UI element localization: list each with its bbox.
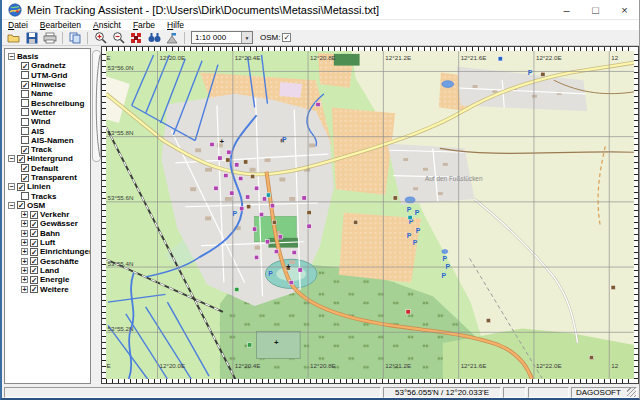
open-file-button[interactable] xyxy=(5,30,23,45)
tree-item-linien[interactable]: −✓Linien xyxy=(5,182,90,191)
zoom-out-button[interactable] xyxy=(109,30,127,45)
menu-item-datei[interactable]: Datei xyxy=(2,20,34,30)
panel-collapse-handle[interactable] xyxy=(92,50,101,162)
collapse-box-icon[interactable]: − xyxy=(8,202,15,209)
tree-item-hintergrund[interactable]: −✓Hintergrund xyxy=(5,154,90,163)
tree-checkbox[interactable]: ✓ xyxy=(21,174,29,182)
tree-item-default[interactable]: ✓Default xyxy=(5,164,90,173)
expand-box-icon[interactable]: + xyxy=(21,267,28,274)
expand-box-icon[interactable]: + xyxy=(21,230,28,237)
copy-button[interactable] xyxy=(66,30,84,45)
expand-box-icon[interactable]: + xyxy=(21,248,28,255)
tree-checkbox[interactable] xyxy=(21,71,29,79)
tree-checkbox[interactable]: ✓ xyxy=(21,62,29,70)
tree-item-beschreibung[interactable]: Beschreibung xyxy=(5,98,90,107)
tree-checkbox[interactable]: ✓ xyxy=(30,211,38,219)
collapse-box-icon[interactable]: − xyxy=(8,155,15,162)
save-button[interactable] xyxy=(23,30,41,45)
tree-item-gradnetz[interactable]: ✓Gradnetz xyxy=(5,61,90,70)
menu-item-hilfe[interactable]: Hilfe xyxy=(161,20,190,30)
tree-item-wetter[interactable]: Wetter xyxy=(5,108,90,117)
tree-checkbox[interactable]: ✓ xyxy=(21,81,29,89)
resize-grip[interactable] xyxy=(627,388,636,397)
tree-checkbox[interactable] xyxy=(21,127,29,135)
status-panel-empty xyxy=(4,387,381,398)
tree-item-basis[interactable]: −Basis xyxy=(5,52,90,61)
expand-box-icon[interactable]: + xyxy=(21,276,28,283)
tree-item-gewässer[interactable]: +✓Gewässer xyxy=(5,219,90,228)
tree-item-weitere[interactable]: +✓Weitere xyxy=(5,284,90,293)
maximize-button[interactable]: □ xyxy=(581,0,610,20)
menu-item-bearbeiten[interactable]: Bearbeiten xyxy=(34,20,87,30)
toolbar-separator xyxy=(184,32,185,44)
tree-checkbox[interactable] xyxy=(21,99,29,107)
tree-checkbox[interactable] xyxy=(21,90,29,98)
tree-item-luft[interactable]: +✓Luft xyxy=(5,238,90,247)
toolbar: 1:10 000 ▼ OSM: ✓ xyxy=(2,30,639,46)
tree-checkbox[interactable] xyxy=(21,118,29,126)
osm-map-canvas[interactable]: 12°20.0E12°20.0E12°20.4E12°20.4E12°20.8E… xyxy=(106,51,634,379)
tree-checkbox[interactable]: ✓ xyxy=(21,164,29,172)
search-button[interactable] xyxy=(145,30,163,45)
tree-item-label: Beschreibung xyxy=(31,99,84,108)
tree-checkbox[interactable]: ✓ xyxy=(30,266,38,274)
menu-item-farbe[interactable]: Farbe xyxy=(127,20,161,30)
tree-checkbox[interactable]: ✓ xyxy=(30,285,38,293)
close-button[interactable]: × xyxy=(610,0,639,20)
app-window: Mein Tracking Assistent - [D:\Users\Dirk… xyxy=(0,0,640,400)
expand-box-icon[interactable]: + xyxy=(21,220,28,227)
tree-item-geschäfte[interactable]: +✓Geschäfte xyxy=(5,257,90,266)
tree-item-utm-grid[interactable]: UTM-Grid xyxy=(5,71,90,80)
tree-checkbox[interactable] xyxy=(21,108,29,116)
tree-checkbox[interactable]: ✓ xyxy=(21,146,29,154)
svg-text:12°21.6E: 12°21.6E xyxy=(461,362,487,369)
tree-item-hinweise[interactable]: ✓Hinweise xyxy=(5,80,90,89)
print-button[interactable] xyxy=(41,30,59,45)
tree-checkbox[interactable]: ✓ xyxy=(17,201,25,209)
tree-item-einrichtungen[interactable]: +✓Einrichtungen xyxy=(5,247,90,256)
tree-item-land[interactable]: +✓Land xyxy=(5,266,90,275)
overview-button[interactable] xyxy=(127,30,145,45)
collapse-box-icon[interactable]: − xyxy=(8,183,15,190)
tree-checkbox[interactable]: ✓ xyxy=(30,257,38,265)
tree-checkbox[interactable] xyxy=(21,192,29,200)
expand-box-icon[interactable]: + xyxy=(21,239,28,246)
tree-checkbox[interactable]: ✓ xyxy=(30,239,38,247)
tree-item-tracks[interactable]: Tracks xyxy=(5,191,90,200)
tree-item-label: OSM xyxy=(27,201,45,210)
expand-box-icon[interactable]: + xyxy=(21,286,28,293)
expand-box-icon[interactable]: + xyxy=(21,258,28,265)
zoom-in-button[interactable] xyxy=(91,30,109,45)
tree-item-track[interactable]: ✓Track xyxy=(5,145,90,154)
tree-checkbox[interactable]: ✓ xyxy=(30,248,38,256)
svg-text:P: P xyxy=(232,210,237,217)
tree-item-name[interactable]: Name xyxy=(5,89,90,98)
svg-text:P: P xyxy=(445,264,450,271)
map-view[interactable]: 12°20.0E12°20.0E12°20.4E12°20.4E12°20.8E… xyxy=(101,46,639,384)
tree-item-bahn[interactable]: +✓Bahn xyxy=(5,229,90,238)
tree-item-transparent[interactable]: ✓Transparent xyxy=(5,173,90,182)
tree-item-verkehr[interactable]: +✓Verkehr xyxy=(5,210,90,219)
menu-item-ansicht[interactable]: Ansicht xyxy=(87,20,127,30)
tree-item-ais[interactable]: AIS xyxy=(5,126,90,135)
tree-item-osm[interactable]: −✓OSM xyxy=(5,201,90,210)
svg-text:12°20.0E: 12°20.0E xyxy=(159,54,185,61)
tree-item-ais-namen[interactable]: AIS-Namen xyxy=(5,136,90,145)
scale-combobox[interactable]: 1:10 000 ▼ xyxy=(191,31,253,44)
combo-dropdown-arrow[interactable]: ▼ xyxy=(241,32,252,43)
svg-text:Auf den Fußstücken: Auf den Fußstücken xyxy=(425,175,483,182)
collapse-box-icon[interactable]: − xyxy=(8,53,15,60)
osm-checkbox[interactable]: ✓ xyxy=(282,33,291,42)
tree-item-energie[interactable]: +✓Energie xyxy=(5,275,90,284)
goto-position-button[interactable] xyxy=(163,30,181,45)
minimize-button[interactable]: – xyxy=(552,0,581,20)
tree-checkbox[interactable]: ✓ xyxy=(17,155,25,163)
svg-text:P: P xyxy=(442,255,447,262)
tree-checkbox[interactable]: ✓ xyxy=(30,229,38,237)
tree-checkbox[interactable]: ✓ xyxy=(30,220,38,228)
tree-checkbox[interactable]: ✓ xyxy=(30,276,38,284)
expand-box-icon[interactable]: + xyxy=(21,211,28,218)
tree-checkbox[interactable] xyxy=(21,136,29,144)
tree-item-wind[interactable]: Wind xyxy=(5,117,90,126)
tree-checkbox[interactable]: ✓ xyxy=(17,183,25,191)
